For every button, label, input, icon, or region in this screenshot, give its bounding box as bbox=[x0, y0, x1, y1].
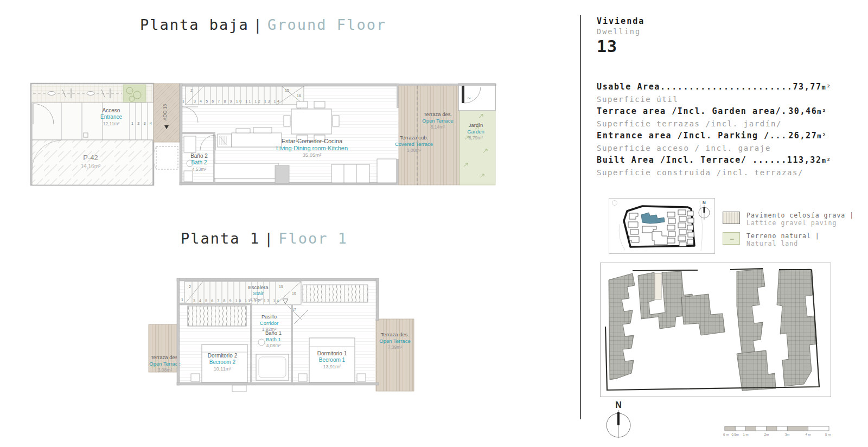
stair-num-2: 2 bbox=[190, 88, 193, 92]
corridor-label-es: Pasillo bbox=[261, 314, 277, 320]
north-compass: N bbox=[597, 399, 640, 444]
dwelling-number: 13 bbox=[597, 37, 644, 56]
section-divider bbox=[580, 15, 581, 419]
stair-num-1: 1 bbox=[182, 99, 184, 103]
corridor-label-en: Corridor bbox=[260, 320, 278, 326]
parking-label: P-42 bbox=[83, 154, 98, 162]
living-label-en: Living-Dining room-Kitchen bbox=[276, 145, 348, 151]
parking-area: 14,16m² bbox=[81, 163, 101, 169]
ground-floor-plan: Acceso Entrance 12,11m² 1 2 3 4 P-42 14,… bbox=[30, 79, 496, 187]
area-label-en: Usable Area....................... bbox=[597, 81, 793, 93]
scale-bar: 0 m 0,5m 1 m 2m 3m 4 m 5 m bbox=[723, 424, 834, 438]
bath1-label-en: Bath 1 bbox=[266, 336, 280, 342]
pergola-hatch bbox=[303, 285, 368, 302]
area-label-en: Terrace area /Incl. Garden area/. bbox=[597, 106, 787, 118]
area-value: 26,27 bbox=[788, 131, 817, 141]
dwelling-label-es: Vivienda bbox=[597, 16, 644, 26]
floor1-plan: Terraza des. Open Terrace 3,08m² Terraza… bbox=[145, 273, 417, 395]
terrace-right-label-es: Terraza des. bbox=[381, 331, 409, 337]
legend-natural-en: Natural land bbox=[746, 240, 820, 247]
area-unit: m² bbox=[817, 108, 827, 116]
scale-tick-5: 5 m bbox=[825, 433, 831, 436]
open-terrace-label-es: Terraza des. bbox=[424, 111, 452, 117]
area-label-es: Superficie acceso / incl. garaje bbox=[597, 143, 827, 155]
f1-stair-num-2: 2 bbox=[189, 285, 191, 289]
scale-tick-2: 2m bbox=[764, 433, 769, 436]
ground-title-en: Ground Floor bbox=[267, 16, 386, 33]
ground-title-es: Planta baja bbox=[140, 16, 249, 33]
living-label-es: Estar-Comedor-Cocina bbox=[282, 138, 343, 144]
area-value: 30,46 bbox=[788, 106, 817, 116]
stair-num-15: 15 bbox=[285, 88, 289, 92]
area-label-en: Entrance area /Incl. Parking /... bbox=[597, 130, 787, 142]
legend-natural-es: Terreno natural | bbox=[746, 232, 820, 240]
garden-area: 8,79m² bbox=[469, 135, 483, 141]
bath2-area: 4,53m² bbox=[192, 167, 207, 172]
floor1-title: Planta 1|Floor 1 bbox=[181, 230, 348, 247]
ado13-walkway: ADO 13 bbox=[153, 84, 180, 169]
terrace-right-label-en: Open Terrace bbox=[379, 338, 410, 344]
scale-tick-05: 0,5m bbox=[732, 433, 739, 436]
highlighted-dwelling bbox=[655, 273, 661, 299]
bath1-label-es: Baño 1 bbox=[265, 330, 282, 336]
covered-terrace-label-es: Terraza cub. bbox=[400, 135, 428, 141]
f1-stair-num-1: 1 bbox=[181, 298, 183, 302]
scale-tick-0: 0 m bbox=[723, 433, 729, 436]
lattice-swatch-icon bbox=[723, 212, 740, 224]
f1-stair-num-15: 15 bbox=[279, 285, 283, 289]
bedroom2-label-en: Becroom 2 bbox=[209, 359, 236, 365]
covered-terrace-label-en: Covered Terrace bbox=[395, 141, 433, 147]
stair-label-en: Stair bbox=[253, 290, 264, 296]
stair-area: 4,70m² bbox=[250, 297, 263, 302]
area-unit: m² bbox=[822, 84, 832, 91]
north-label: N bbox=[615, 400, 622, 410]
acceso-label-en: Entrance bbox=[100, 114, 122, 120]
garden-label-en: Garden bbox=[467, 129, 484, 135]
terrace-right-area: 7,39m² bbox=[388, 344, 403, 350]
bedroom1-label-es: Dormitorio 1 bbox=[317, 350, 347, 356]
scale-tick-3: 3m bbox=[785, 433, 789, 436]
area-label-en: Built Area /Incl. Terrace/ ...... bbox=[597, 155, 787, 167]
area-label-es: Superficie construida /incl. terrazas/ bbox=[597, 167, 827, 179]
title-separator: | bbox=[249, 16, 267, 33]
stair-num-16: 16 bbox=[297, 94, 301, 98]
area-value: 73,77 bbox=[793, 82, 821, 92]
dwelling-label-en: Dwelling bbox=[597, 27, 644, 36]
bath2-label-en: Bath 2 bbox=[192, 159, 207, 165]
acceso-label-es: Acceso bbox=[103, 107, 120, 113]
legend-lattice-es: Pavimento celosía grava | bbox=[746, 212, 854, 219]
area-summary: Usable Area.......................73,77m… bbox=[597, 81, 827, 179]
wardrobe bbox=[188, 306, 246, 326]
open-terrace-label-en: Open Terrace bbox=[422, 118, 453, 124]
ground-floor-title: Planta baja|Ground Floor bbox=[140, 16, 386, 33]
bath2-label-es: Baño 2 bbox=[190, 153, 208, 159]
area-label-es: Superficie terrazas /incl. jardín/ bbox=[597, 118, 827, 130]
bedroom1-area: 13,91m² bbox=[323, 364, 341, 369]
location-minimap: N bbox=[609, 198, 715, 254]
floor1-terrace-left: Terraza des. Open Terrace 3,08m² bbox=[149, 324, 181, 373]
entrance-court: Acceso Entrance 12,11m² 1 2 3 4 P-42 14,… bbox=[31, 84, 154, 185]
scale-tick-4: 4 m bbox=[806, 433, 811, 436]
area-unit: m² bbox=[822, 157, 832, 164]
acceso-area: 12,11m² bbox=[103, 121, 120, 126]
minimap-north-label: N bbox=[703, 200, 706, 205]
living-area: 35,05m² bbox=[303, 152, 322, 158]
site-plan bbox=[600, 263, 831, 397]
floor1-body: 2 1 3 4 5 6 7 8 9 10 11 12 13 14 15 16 1… bbox=[177, 278, 379, 392]
floor1-title-es: Planta 1 bbox=[181, 230, 260, 247]
legend-natural: Terreno natural | Natural land bbox=[723, 232, 820, 247]
area-unit: m² bbox=[817, 132, 827, 140]
floor1-terrace-right: Terraza des. Open Terrace 7,39m² bbox=[376, 319, 414, 391]
terrace-left-label-en: Open Terrace bbox=[149, 361, 180, 367]
garden: 2 Jardín Garden 8,79m² bbox=[458, 84, 495, 185]
area-row-terrace: Terrace area /Incl. Garden area/.30,46m²… bbox=[597, 106, 827, 130]
floor1-title-en: Floor 1 bbox=[278, 230, 348, 247]
store-num: 2 bbox=[467, 97, 471, 99]
title-separator-2: | bbox=[260, 230, 278, 247]
area-value: 113,32 bbox=[787, 155, 822, 165]
area-row-entrance: Entrance area /Incl. Parking /...26,27m²… bbox=[597, 130, 827, 154]
garden-label-es: Jardín bbox=[469, 122, 483, 128]
legend-lattice: Pavimento celosía grava | Lattice gravel… bbox=[723, 212, 854, 227]
plan-sheet: Planta baja|Ground Floor Planta 1|Floor … bbox=[0, 0, 868, 447]
scale-tick-1: 1 m bbox=[743, 433, 748, 436]
